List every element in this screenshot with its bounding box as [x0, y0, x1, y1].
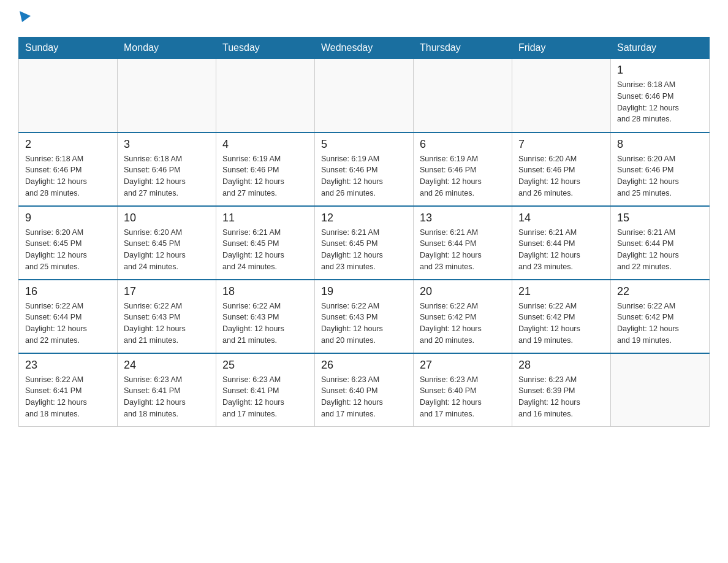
calendar-cell: 22Sunrise: 6:22 AM Sunset: 6:42 PM Dayli…	[611, 280, 710, 353]
day-number: 14	[518, 212, 604, 224]
day-info: Sunrise: 6:23 AM Sunset: 6:41 PM Dayligh…	[124, 374, 210, 420]
calendar-cell: 4Sunrise: 6:19 AM Sunset: 6:46 PM Daylig…	[216, 132, 315, 206]
day-number: 17	[124, 285, 210, 298]
day-number: 25	[222, 359, 308, 372]
calendar-cell: 9Sunrise: 6:20 AM Sunset: 6:45 PM Daylig…	[19, 206, 118, 280]
calendar-cell: 18Sunrise: 6:22 AM Sunset: 6:43 PM Dayli…	[216, 280, 315, 353]
calendar-cell: 8Sunrise: 6:20 AM Sunset: 6:46 PM Daylig…	[611, 132, 710, 206]
logo	[18, 12, 33, 25]
calendar-cell	[216, 59, 315, 132]
calendar-cell: 7Sunrise: 6:20 AM Sunset: 6:46 PM Daylig…	[512, 132, 611, 206]
day-info: Sunrise: 6:22 AM Sunset: 6:42 PM Dayligh…	[617, 301, 703, 347]
day-info: Sunrise: 6:21 AM Sunset: 6:45 PM Dayligh…	[222, 227, 308, 273]
day-info: Sunrise: 6:18 AM Sunset: 6:46 PM Dayligh…	[617, 79, 703, 125]
day-number: 28	[518, 359, 604, 372]
week-row-4: 16Sunrise: 6:22 AM Sunset: 6:44 PM Dayli…	[19, 280, 710, 353]
svg-marker-0	[20, 11, 31, 22]
calendar-cell: 5Sunrise: 6:19 AM Sunset: 6:46 PM Daylig…	[315, 132, 414, 206]
calendar-cell: 17Sunrise: 6:22 AM Sunset: 6:43 PM Dayli…	[118, 280, 216, 353]
day-info: Sunrise: 6:22 AM Sunset: 6:43 PM Dayligh…	[222, 301, 308, 347]
day-number: 11	[222, 212, 308, 224]
day-number: 10	[124, 212, 210, 224]
day-info: Sunrise: 6:21 AM Sunset: 6:44 PM Dayligh…	[518, 227, 604, 273]
calendar-cell	[118, 59, 216, 132]
calendar-cell: 21Sunrise: 6:22 AM Sunset: 6:42 PM Dayli…	[512, 280, 611, 353]
calendar-cell: 20Sunrise: 6:22 AM Sunset: 6:42 PM Dayli…	[414, 280, 512, 353]
page-header	[18, 12, 710, 25]
day-info: Sunrise: 6:21 AM Sunset: 6:44 PM Dayligh…	[420, 227, 506, 273]
week-row-3: 9Sunrise: 6:20 AM Sunset: 6:45 PM Daylig…	[19, 206, 710, 280]
weekday-header-thursday: Thursday	[414, 37, 512, 59]
day-info: Sunrise: 6:22 AM Sunset: 6:43 PM Dayligh…	[321, 301, 407, 347]
day-number: 5	[321, 138, 407, 151]
day-info: Sunrise: 6:22 AM Sunset: 6:44 PM Dayligh…	[25, 301, 111, 347]
day-info: Sunrise: 6:23 AM Sunset: 6:41 PM Dayligh…	[222, 374, 308, 420]
calendar-cell: 1Sunrise: 6:18 AM Sunset: 6:46 PM Daylig…	[611, 59, 710, 132]
calendar-cell: 12Sunrise: 6:21 AM Sunset: 6:45 PM Dayli…	[315, 206, 414, 280]
day-info: Sunrise: 6:20 AM Sunset: 6:45 PM Dayligh…	[25, 227, 111, 273]
day-number: 2	[25, 138, 111, 151]
day-info: Sunrise: 6:19 AM Sunset: 6:46 PM Dayligh…	[420, 153, 506, 199]
calendar-cell: 3Sunrise: 6:18 AM Sunset: 6:46 PM Daylig…	[118, 132, 216, 206]
calendar-cell: 6Sunrise: 6:19 AM Sunset: 6:46 PM Daylig…	[414, 132, 512, 206]
calendar-cell: 11Sunrise: 6:21 AM Sunset: 6:45 PM Dayli…	[216, 206, 315, 280]
day-number: 6	[420, 138, 506, 151]
day-info: Sunrise: 6:20 AM Sunset: 6:45 PM Dayligh…	[124, 227, 210, 273]
weekday-header-sunday: Sunday	[19, 37, 118, 59]
day-info: Sunrise: 6:23 AM Sunset: 6:40 PM Dayligh…	[321, 374, 407, 420]
day-info: Sunrise: 6:22 AM Sunset: 6:42 PM Dayligh…	[518, 301, 604, 347]
day-number: 20	[420, 285, 506, 298]
weekday-header-row: SundayMondayTuesdayWednesdayThursdayFrid…	[19, 37, 710, 59]
day-number: 19	[321, 285, 407, 298]
day-info: Sunrise: 6:19 AM Sunset: 6:46 PM Dayligh…	[222, 153, 308, 199]
day-number: 24	[124, 359, 210, 372]
day-number: 12	[321, 212, 407, 224]
calendar-cell: 2Sunrise: 6:18 AM Sunset: 6:46 PM Daylig…	[19, 132, 118, 206]
day-info: Sunrise: 6:18 AM Sunset: 6:46 PM Dayligh…	[25, 153, 111, 199]
calendar-cell: 23Sunrise: 6:22 AM Sunset: 6:41 PM Dayli…	[19, 353, 118, 427]
calendar-cell: 13Sunrise: 6:21 AM Sunset: 6:44 PM Dayli…	[414, 206, 512, 280]
day-number: 21	[518, 285, 604, 298]
day-number: 26	[321, 359, 407, 372]
day-info: Sunrise: 6:22 AM Sunset: 6:41 PM Dayligh…	[25, 374, 111, 420]
calendar-cell: 28Sunrise: 6:23 AM Sunset: 6:39 PM Dayli…	[512, 353, 611, 427]
calendar-cell	[315, 59, 414, 132]
weekday-header-tuesday: Tuesday	[216, 37, 315, 59]
day-info: Sunrise: 6:23 AM Sunset: 6:39 PM Dayligh…	[518, 374, 604, 420]
logo-triangle-icon	[20, 11, 33, 25]
day-info: Sunrise: 6:21 AM Sunset: 6:45 PM Dayligh…	[321, 227, 407, 273]
day-number: 15	[617, 212, 703, 224]
day-number: 16	[25, 285, 111, 298]
day-info: Sunrise: 6:21 AM Sunset: 6:44 PM Dayligh…	[617, 227, 703, 273]
calendar-cell: 24Sunrise: 6:23 AM Sunset: 6:41 PM Dayli…	[118, 353, 216, 427]
day-number: 1	[617, 64, 703, 77]
week-row-1: 1Sunrise: 6:18 AM Sunset: 6:46 PM Daylig…	[19, 59, 710, 132]
calendar-cell: 16Sunrise: 6:22 AM Sunset: 6:44 PM Dayli…	[19, 280, 118, 353]
calendar-table: SundayMondayTuesdayWednesdayThursdayFrid…	[18, 37, 710, 427]
day-number: 3	[124, 138, 210, 151]
weekday-header-monday: Monday	[118, 37, 216, 59]
calendar-cell	[611, 353, 710, 427]
day-number: 22	[617, 285, 703, 298]
day-number: 4	[222, 138, 308, 151]
weekday-header-friday: Friday	[512, 37, 611, 59]
weekday-header-wednesday: Wednesday	[315, 37, 414, 59]
calendar-cell	[19, 59, 118, 132]
calendar-cell	[512, 59, 611, 132]
day-info: Sunrise: 6:23 AM Sunset: 6:40 PM Dayligh…	[420, 374, 506, 420]
calendar-cell: 27Sunrise: 6:23 AM Sunset: 6:40 PM Dayli…	[414, 353, 512, 427]
weekday-header-saturday: Saturday	[611, 37, 710, 59]
day-info: Sunrise: 6:20 AM Sunset: 6:46 PM Dayligh…	[617, 153, 703, 199]
day-number: 8	[617, 138, 703, 151]
day-number: 27	[420, 359, 506, 372]
calendar-cell: 15Sunrise: 6:21 AM Sunset: 6:44 PM Dayli…	[611, 206, 710, 280]
day-info: Sunrise: 6:20 AM Sunset: 6:46 PM Dayligh…	[518, 153, 604, 199]
day-number: 23	[25, 359, 111, 372]
week-row-2: 2Sunrise: 6:18 AM Sunset: 6:46 PM Daylig…	[19, 132, 710, 206]
day-info: Sunrise: 6:19 AM Sunset: 6:46 PM Dayligh…	[321, 153, 407, 199]
day-info: Sunrise: 6:22 AM Sunset: 6:43 PM Dayligh…	[124, 301, 210, 347]
day-info: Sunrise: 6:18 AM Sunset: 6:46 PM Dayligh…	[124, 153, 210, 199]
day-number: 13	[420, 212, 506, 224]
week-row-5: 23Sunrise: 6:22 AM Sunset: 6:41 PM Dayli…	[19, 353, 710, 427]
calendar-cell	[414, 59, 512, 132]
